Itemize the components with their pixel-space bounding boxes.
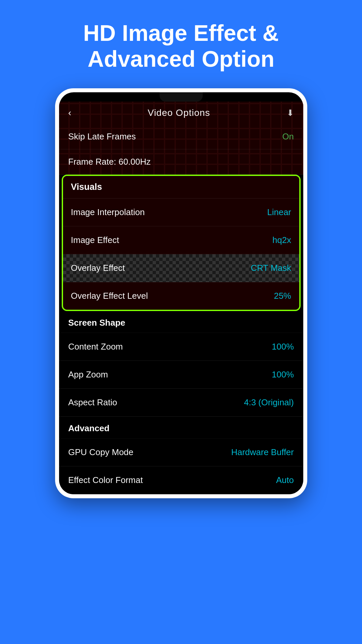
frame-rate-label: Frame Rate: 60.00Hz xyxy=(68,157,151,167)
overlay-level-label: Overlay Effect Level xyxy=(71,291,148,301)
screen-shape-header: Screen Shape xyxy=(59,311,303,333)
overlay-effect-value: CRT Mask xyxy=(251,263,291,273)
aspect-ratio-row[interactable]: Aspect Ratio 4:3 (Original) xyxy=(59,389,303,417)
gpu-copy-value: Hardware Buffer xyxy=(231,447,294,457)
image-effect-label: Image Effect xyxy=(71,235,119,245)
image-effect-row[interactable]: Image Effect hq2x xyxy=(63,226,299,254)
screen-shape-title: Screen Shape xyxy=(68,318,125,328)
visuals-section-title: Visuals xyxy=(71,182,102,192)
top-bar: ‹ Video Options ⬇ xyxy=(59,102,303,124)
overlay-effect-label: Overlay Effect xyxy=(71,263,125,273)
image-interpolation-row[interactable]: Image Interpolation Linear xyxy=(63,199,299,226)
phone-frame: ‹ Video Options ⬇ Skip Late Frames On Fr… xyxy=(55,88,307,498)
skip-late-frames-value: On xyxy=(282,131,294,142)
overlay-level-value: 25% xyxy=(274,291,291,301)
content-zoom-label: Content Zoom xyxy=(68,342,123,352)
back-button[interactable]: ‹ xyxy=(68,108,71,118)
skip-late-frames-row[interactable]: Skip Late Frames On xyxy=(59,124,303,149)
screen-title: Video Options xyxy=(148,108,210,118)
visuals-header: Visuals xyxy=(63,176,299,199)
aspect-ratio-label: Aspect Ratio xyxy=(68,397,117,408)
visuals-section: Visuals Image Interpolation Linear Image… xyxy=(62,175,301,311)
image-effect-value: hq2x xyxy=(272,235,291,245)
phone-notch xyxy=(160,92,203,102)
effect-color-value: Auto xyxy=(276,475,294,485)
phone-wrapper: ‹ Video Options ⬇ Skip Late Frames On Fr… xyxy=(0,88,362,498)
overlay-level-row[interactable]: Overlay Effect Level 25% xyxy=(63,282,299,310)
page-title: HD Image Effect & Advanced Option xyxy=(0,0,362,88)
effect-color-label: Effect Color Format xyxy=(68,475,143,485)
app-zoom-value: 100% xyxy=(272,369,294,380)
overlay-effect-row[interactable]: Overlay Effect CRT Mask xyxy=(63,254,299,282)
aspect-ratio-value: 4:3 (Original) xyxy=(244,397,294,408)
gpu-copy-row[interactable]: GPU Copy Mode Hardware Buffer xyxy=(59,439,303,466)
advanced-title: Advanced xyxy=(68,423,109,433)
effect-color-row[interactable]: Effect Color Format Auto xyxy=(59,466,303,494)
skip-late-frames-label: Skip Late Frames xyxy=(68,131,136,142)
app-zoom-label: App Zoom xyxy=(68,369,108,380)
content-zoom-row[interactable]: Content Zoom 100% xyxy=(59,333,303,361)
page-background: HD Image Effect & Advanced Option ‹ Vide… xyxy=(0,0,362,498)
frame-rate-row[interactable]: Frame Rate: 60.00Hz xyxy=(59,149,303,175)
gpu-copy-label: GPU Copy Mode xyxy=(68,447,134,457)
image-interpolation-value: Linear xyxy=(267,207,291,217)
content-zoom-value: 100% xyxy=(272,342,294,352)
app-zoom-row[interactable]: App Zoom 100% xyxy=(59,361,303,389)
download-icon[interactable]: ⬇ xyxy=(287,108,294,118)
advanced-header: Advanced xyxy=(59,417,303,439)
image-interpolation-label: Image Interpolation xyxy=(71,207,145,217)
phone-screen: ‹ Video Options ⬇ Skip Late Frames On Fr… xyxy=(59,92,303,494)
